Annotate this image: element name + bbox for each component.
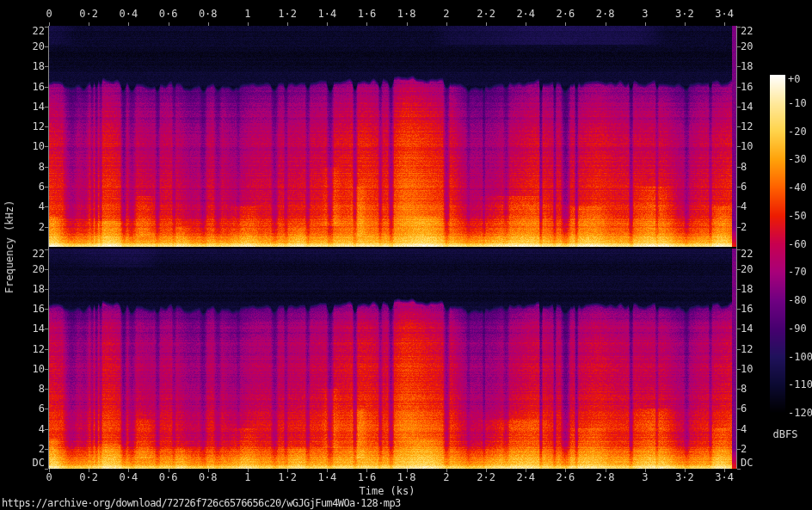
time-tick-label-bottom: 2·2 bbox=[477, 472, 495, 482]
time-tick-label-top: 2·6 bbox=[557, 9, 575, 19]
time-tick-label-bottom: 1 bbox=[244, 472, 250, 482]
time-tick-label-bottom: 3·4 bbox=[715, 472, 734, 482]
freq-tick-label-right: 8 bbox=[741, 384, 747, 394]
time-tick-label-top: 0 bbox=[46, 9, 52, 19]
time-tick-label-bottom: 1·8 bbox=[397, 472, 416, 482]
time-tick-label-top: 2 bbox=[443, 9, 449, 19]
freq-tick-label-left: 18 bbox=[33, 284, 45, 294]
freq-tick-label-left: 6 bbox=[39, 403, 45, 414]
colorbar-tick-label: -120 bbox=[788, 408, 812, 418]
freq-tick-label-left: 16 bbox=[33, 82, 45, 92]
time-tick-label-bottom: 2·6 bbox=[557, 472, 575, 482]
freq-tick-label-left: 2 bbox=[39, 444, 45, 454]
y-axis-title: Frequency (kHz) bbox=[4, 200, 15, 293]
freq-tick-label-left: 4 bbox=[39, 201, 45, 212]
time-tick-label-bottom: 3·2 bbox=[675, 472, 694, 482]
colorbar-tick-label: -60 bbox=[788, 239, 807, 249]
time-tick-label-top: 2·2 bbox=[477, 9, 495, 19]
freq-tick-label-left: 2 bbox=[39, 222, 45, 232]
time-tick-label-bottom: 3 bbox=[642, 472, 648, 482]
time-tick-label-top: 1·8 bbox=[397, 9, 416, 19]
time-tick-label-top: 0·4 bbox=[120, 9, 138, 19]
colorbar-tick-label: -10 bbox=[788, 98, 807, 108]
freq-tick-label-right: 14 bbox=[741, 101, 753, 112]
time-tick-label-bottom: 1·4 bbox=[317, 472, 336, 482]
time-tick-label-bottom: 0·4 bbox=[120, 472, 138, 482]
freq-tick-label-left: 18 bbox=[33, 61, 45, 71]
freq-tick-label-right: 8 bbox=[741, 162, 747, 172]
colorbar-tick-label: -70 bbox=[788, 267, 807, 277]
freq-tick-label-left: 8 bbox=[39, 384, 45, 394]
spectrogram-figure: 000·20·20·40·40·60·60·80·8111·21·21·41·4… bbox=[0, 0, 812, 510]
freq-tick-label-right: 4 bbox=[741, 424, 747, 434]
freq-tick-label-left: 12 bbox=[33, 344, 45, 354]
freq-tick-label-right: 6 bbox=[741, 181, 747, 192]
time-tick-label-bottom: 1·2 bbox=[278, 472, 297, 482]
time-tick-label-top: 1·4 bbox=[317, 9, 336, 19]
freq-tick-label-right: DC bbox=[741, 458, 753, 468]
colorbar-unit-label: dBFS bbox=[773, 429, 798, 439]
spectrogram-canvas bbox=[0, 0, 812, 510]
freq-tick-label-right: 12 bbox=[741, 344, 753, 354]
freq-tick-label-left: 20 bbox=[33, 41, 45, 52]
time-tick-label-bottom: 2·4 bbox=[516, 472, 535, 482]
freq-tick-label-right: 22 bbox=[741, 249, 753, 259]
time-tick-label-top: 0·8 bbox=[199, 9, 218, 19]
freq-tick-label-right: 16 bbox=[741, 304, 753, 314]
colorbar-tick-label: -50 bbox=[788, 211, 807, 221]
freq-tick-label-left: 20 bbox=[33, 264, 45, 274]
freq-tick-label-left: 10 bbox=[33, 141, 45, 151]
freq-tick-label-right: 4 bbox=[741, 201, 747, 212]
freq-tick-label-right: 14 bbox=[741, 323, 753, 334]
colorbar-tick-label: -30 bbox=[788, 154, 807, 164]
freq-tick-label-right: 10 bbox=[741, 364, 753, 374]
freq-tick-label-left: 22 bbox=[33, 249, 45, 259]
time-tick-label-bottom: 0·2 bbox=[79, 472, 98, 482]
freq-tick-label-right: 18 bbox=[741, 284, 753, 294]
time-tick-label-top: 2·8 bbox=[596, 9, 615, 19]
time-tick-label-top: 1·6 bbox=[358, 9, 377, 19]
freq-tick-label-right: 10 bbox=[741, 141, 753, 151]
colorbar-tick-label: -80 bbox=[788, 295, 807, 305]
time-tick-label-top: 3·2 bbox=[675, 9, 694, 19]
x-axis-title: Time (ks) bbox=[359, 486, 415, 496]
freq-tick-label-right: 6 bbox=[741, 403, 747, 414]
time-tick-label-bottom: 2·8 bbox=[596, 472, 615, 482]
freq-tick-label-right: 2 bbox=[741, 222, 747, 232]
time-tick-label-top: 0·6 bbox=[159, 9, 178, 19]
freq-tick-label-right: 2 bbox=[741, 444, 747, 454]
time-tick-label-top: 0·2 bbox=[79, 9, 98, 19]
colorbar-tick-label: -110 bbox=[788, 379, 812, 390]
freq-tick-label-left: 4 bbox=[39, 424, 45, 434]
freq-tick-label-left: 6 bbox=[39, 181, 45, 192]
freq-tick-label-left: 14 bbox=[33, 101, 45, 112]
time-tick-label-bottom: 0·8 bbox=[199, 472, 218, 482]
time-tick-label-top: 3·4 bbox=[715, 9, 734, 19]
freq-tick-label-right: 16 bbox=[741, 82, 753, 92]
source-url-text: https://archive·org/download/72726f726c6… bbox=[2, 498, 401, 508]
time-tick-label-bottom: 2 bbox=[443, 472, 449, 482]
freq-tick-label-left: 22 bbox=[33, 26, 45, 36]
colorbar-tick-label: -20 bbox=[788, 126, 807, 137]
time-tick-label-top: 1·2 bbox=[278, 9, 297, 19]
freq-tick-label-right: 20 bbox=[741, 264, 753, 274]
freq-tick-label-left: 12 bbox=[33, 121, 45, 132]
freq-tick-label-right: 12 bbox=[741, 121, 753, 132]
freq-tick-label-left: 14 bbox=[33, 323, 45, 334]
freq-tick-label-right: 20 bbox=[741, 41, 753, 52]
freq-tick-label-left: DC bbox=[33, 458, 45, 468]
freq-tick-label-left: 16 bbox=[33, 304, 45, 314]
freq-tick-label-left: 8 bbox=[39, 162, 45, 172]
colorbar-tick-label: -40 bbox=[788, 182, 807, 193]
time-tick-label-top: 1 bbox=[244, 9, 250, 19]
time-tick-label-top: 2·4 bbox=[516, 9, 535, 19]
time-tick-label-bottom: 0·6 bbox=[159, 472, 178, 482]
time-tick-label-top: 3 bbox=[642, 9, 648, 19]
freq-tick-label-left: 10 bbox=[33, 364, 45, 374]
time-tick-label-bottom: 1·6 bbox=[358, 472, 377, 482]
colorbar-tick-label: -90 bbox=[788, 323, 807, 334]
freq-tick-label-right: 22 bbox=[741, 26, 753, 36]
colorbar-tick-label: +0 bbox=[788, 74, 800, 84]
freq-tick-label-right: 18 bbox=[741, 61, 753, 71]
colorbar-tick-label: -100 bbox=[788, 352, 812, 362]
